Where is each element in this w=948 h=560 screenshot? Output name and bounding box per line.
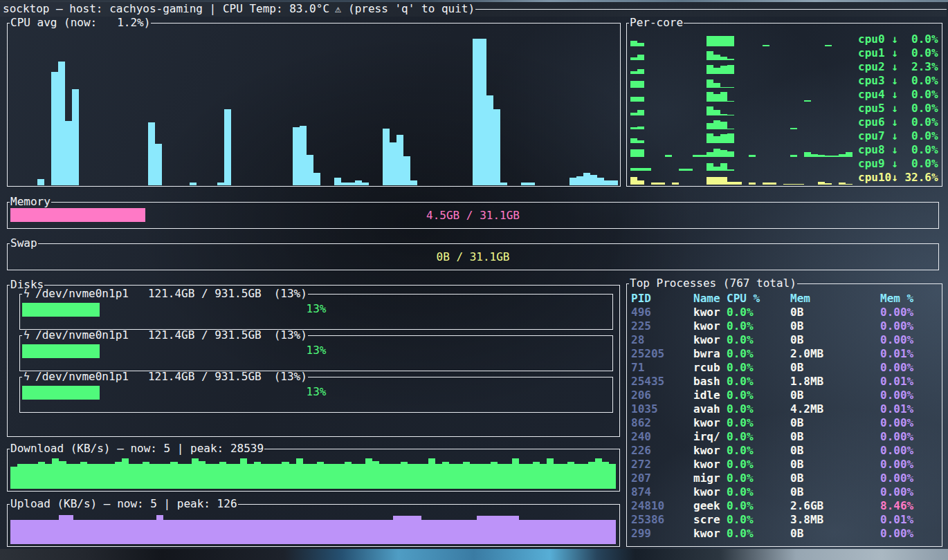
core-row: cpu8 ↓ 0.0% bbox=[630, 143, 940, 157]
disk-entry: ϟ /dev/nvme0n1p1 121.4GB / 931.5GB (13%)… bbox=[19, 335, 613, 371]
disk-pct-label: 13% bbox=[19, 302, 613, 316]
swap-panel: Swap 0B / 31.1GB bbox=[7, 243, 939, 270]
process-table-header: PID Name CPU % Mem Mem % bbox=[626, 292, 942, 306]
upload-panel: Upload (KB/s) — now: 5 | peak: 126 bbox=[7, 504, 620, 547]
core-row: cpu3 ↓ 0.0% bbox=[630, 74, 940, 88]
process-row: 71rcub0.0%0B0.00% bbox=[626, 361, 942, 375]
process-row: 25435bash0.0%1.8MB0.01% bbox=[626, 375, 942, 389]
core-label: cpu6 ↓ 0.0% bbox=[858, 115, 940, 129]
terminal-screen[interactable]: socktop — host: cachyos-gaming | CPU Tem… bbox=[0, 0, 948, 560]
process-row: 225kwor0.0%0B0.00% bbox=[626, 319, 942, 333]
core-usage-sparkline bbox=[630, 89, 853, 102]
col-cpu: CPU % bbox=[727, 292, 790, 306]
core-label: cpu5 ↓ 0.0% bbox=[858, 102, 940, 115]
core-usage-sparkline bbox=[630, 131, 853, 143]
disk-device: /dev/nvme0n1p1 bbox=[35, 370, 129, 384]
core-label: cpu1 ↓ 0.0% bbox=[858, 46, 940, 60]
process-row: 207migr0.0%0B0.00% bbox=[626, 472, 942, 485]
process-table: PID Name CPU % Mem Mem % 496kwor0.0%0B0.… bbox=[626, 292, 942, 541]
download-panel: Download (KB/s) — now: 5 | peak: 28539 bbox=[7, 449, 620, 492]
process-rows: 496kwor0.0%0B0.00% 225kwor0.0%0B0.00% 28… bbox=[626, 306, 942, 541]
core-label: cpu0 ↓ 0.0% bbox=[858, 32, 940, 46]
disk-usage-pct: (13%) bbox=[274, 328, 307, 342]
per-core-panel: Per-core cpu0 ↓ 0.0% cpu1 ↓ 0.0% cpu2 ↓ … bbox=[626, 23, 942, 187]
core-row: cpu1 ↓ 0.0% bbox=[630, 46, 940, 60]
process-row: 299kwor0.0%0B0.00% bbox=[626, 527, 942, 541]
disk-entry: ϟ /dev/nvme0n1p1 121.4GB / 931.5GB (13%)… bbox=[19, 294, 613, 330]
process-row: 28kwor0.0%0B0.00% bbox=[626, 333, 942, 347]
memory-title: Memory bbox=[10, 195, 51, 209]
core-usage-sparkline bbox=[630, 117, 853, 129]
disk-usage: 121.4GB / 931.5GB bbox=[148, 370, 262, 384]
col-pid: PID bbox=[631, 292, 693, 306]
process-row: 240irq/0.0%0B0.00% bbox=[626, 430, 942, 444]
core-usage-sparkline bbox=[630, 158, 853, 171]
process-row: 25386scre0.0%3.8MB0.01% bbox=[626, 513, 942, 527]
cpu-avg-title: CPU avg (now: 1.2%) bbox=[10, 16, 151, 30]
download-title: Download (KB/s) — now: 5 | peak: 28539 bbox=[10, 442, 264, 456]
cpu-avg-chart bbox=[10, 32, 618, 185]
core-label: cpu2 ↓ 2.3% bbox=[858, 60, 940, 74]
top-processes-panel: Top Processes (767 total) PID Name CPU %… bbox=[626, 283, 942, 547]
core-row: cpu0 ↓ 0.0% bbox=[630, 32, 940, 46]
core-usage-sparkline bbox=[630, 103, 853, 115]
core-usage-sparkline bbox=[630, 75, 853, 88]
core-label: cpu10↓ 32.6% bbox=[858, 171, 940, 185]
disk-usage-pct: (13%) bbox=[274, 287, 307, 301]
disk-pct-label: 13% bbox=[19, 344, 613, 357]
title-bar: socktop — host: cachyos-gaming | CPU Tem… bbox=[0, 1, 947, 17]
col-mem: Mem bbox=[790, 292, 880, 306]
swap-title: Swap bbox=[10, 236, 38, 250]
core-label: cpu4 ↓ 0.0% bbox=[858, 88, 940, 102]
process-row: 1035avah0.0%4.2MB0.01% bbox=[626, 402, 942, 416]
memory-panel: Memory 4.5GB / 31.1GB bbox=[7, 202, 939, 229]
core-row: cpu10↓ 32.6% bbox=[630, 171, 940, 185]
process-row: 874kwor0.0%0B0.00% bbox=[626, 485, 942, 499]
core-label: cpu9 ↓ 0.0% bbox=[858, 157, 940, 171]
col-name: Name bbox=[693, 292, 727, 306]
disk-usage: 121.4GB / 931.5GB bbox=[148, 328, 262, 342]
process-row: 25205bwra0.0%2.0MB0.01% bbox=[626, 347, 942, 361]
core-row: cpu9 ↓ 0.0% bbox=[630, 157, 940, 171]
quit-hint: (press 'q' to quit) bbox=[345, 2, 475, 16]
app-title: socktop — host: cachyos-gaming | CPU Tem… bbox=[0, 2, 329, 16]
disk-device: /dev/nvme0n1p1 bbox=[35, 287, 129, 301]
col-mempct: Mem % bbox=[880, 292, 942, 306]
core-row: cpu2 ↓ 2.3% bbox=[630, 60, 940, 74]
warning-icon: ⚠ bbox=[335, 2, 341, 16]
disk-usage: 121.4GB / 931.5GB bbox=[148, 287, 262, 301]
process-row: 24810geek0.0%2.6GB8.46% bbox=[626, 499, 942, 513]
disk-usage-pct: (13%) bbox=[274, 370, 307, 384]
core-usage-sparkline bbox=[630, 62, 853, 74]
core-usage-sparkline bbox=[630, 34, 853, 46]
core-label: cpu8 ↓ 0.0% bbox=[858, 143, 940, 157]
upload-chart bbox=[10, 510, 617, 544]
core-usage-sparkline bbox=[630, 172, 853, 185]
process-row: 226kwor0.0%0B0.00% bbox=[626, 444, 942, 458]
wallpaper-bottom-strip bbox=[0, 549, 948, 560]
core-label: cpu7 ↓ 0.0% bbox=[858, 129, 940, 143]
disks-panel: Disks ϟ /dev/nvme0n1p1 121.4GB / 931.5GB… bbox=[7, 285, 620, 437]
upload-title: Upload (KB/s) — now: 5 | peak: 126 bbox=[10, 497, 238, 511]
disk-entry: ϟ /dev/nvme0n1p1 121.4GB / 931.5GB (13%)… bbox=[19, 377, 613, 413]
per-core-rows: cpu0 ↓ 0.0% cpu1 ↓ 0.0% cpu2 ↓ 2.3% cpu3… bbox=[630, 32, 940, 185]
per-core-title: Per-core bbox=[629, 16, 684, 30]
process-row: 272kwor0.0%0B0.00% bbox=[626, 458, 942, 472]
top-processes-title: Top Processes (767 total) bbox=[629, 277, 797, 290]
core-usage-sparkline bbox=[630, 144, 853, 157]
core-row: cpu4 ↓ 0.0% bbox=[630, 88, 940, 102]
disk-device: /dev/nvme0n1p1 bbox=[35, 328, 129, 342]
process-row: 862kwor0.0%0B0.00% bbox=[626, 416, 942, 430]
cpu-avg-panel: CPU avg (now: 1.2%) bbox=[7, 23, 621, 187]
process-row: 206idle0.0%0B0.00% bbox=[626, 389, 942, 402]
core-usage-sparkline bbox=[630, 48, 853, 60]
lightning-icon: ϟ bbox=[24, 370, 30, 384]
core-label: cpu3 ↓ 0.0% bbox=[858, 74, 940, 88]
process-row: 496kwor0.0%0B0.00% bbox=[626, 306, 942, 319]
disk-pct-label: 13% bbox=[19, 385, 613, 399]
lightning-icon: ϟ bbox=[24, 287, 30, 301]
core-row: cpu7 ↓ 0.0% bbox=[630, 129, 940, 143]
lightning-icon: ϟ bbox=[24, 328, 30, 342]
download-chart bbox=[10, 454, 617, 489]
core-row: cpu6 ↓ 0.0% bbox=[630, 115, 940, 129]
